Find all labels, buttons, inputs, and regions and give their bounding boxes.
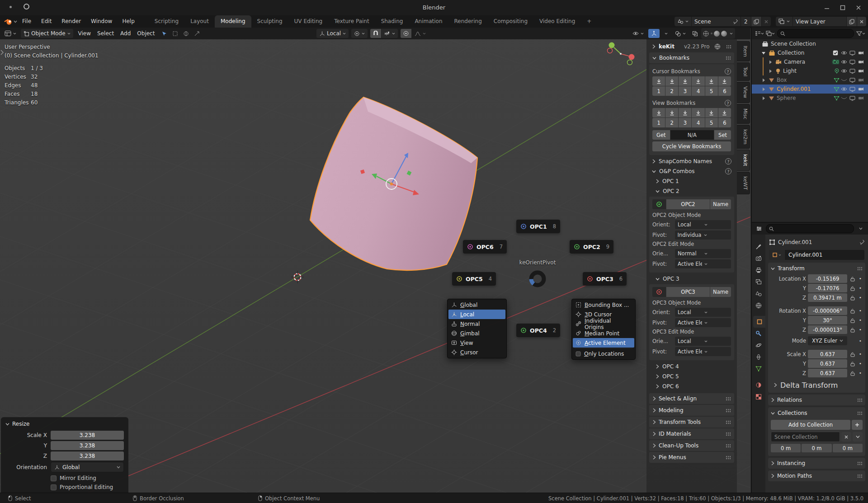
collection-offset-field[interactable]: 0 m	[802, 444, 831, 452]
properties-tab-constraints[interactable]	[752, 351, 765, 363]
properties-tab-output[interactable]	[752, 264, 765, 276]
workspace-tab-scripting[interactable]: Scripting	[149, 15, 184, 28]
lock-open-icon[interactable]	[849, 327, 856, 333]
orientation-item-local[interactable]: Local	[448, 310, 505, 319]
collapse-chevron-icon[interactable]	[652, 44, 656, 49]
disclosure-closed-icon[interactable]	[768, 60, 774, 64]
add-to-collection-button[interactable]: Add to Collection	[771, 420, 850, 430]
outliner-row-light[interactable]: Light	[752, 66, 868, 75]
sidebar-tab-view[interactable]: View	[737, 82, 750, 103]
screen-toggle-icon[interactable]	[848, 96, 857, 101]
opc4-header[interactable]: OPC 4	[649, 362, 734, 371]
snapcombo-header[interactable]: SnapCombo Names ?	[649, 156, 734, 166]
pie-button-opc5[interactable]: OPC54	[452, 272, 496, 286]
lock-open-icon[interactable]	[849, 276, 856, 282]
scene-type-button[interactable]	[675, 17, 691, 26]
viewport-menu-object[interactable]: Object	[134, 30, 158, 37]
cursor-bookmark-save-6[interactable]	[718, 76, 731, 86]
opc3-object-mode-pivot-dropdown[interactable]: Active Element	[675, 318, 731, 327]
screen-toggle-icon[interactable]	[848, 60, 857, 65]
get-button[interactable]: Get	[652, 130, 670, 140]
orientation-item-normal[interactable]: Normal	[448, 319, 505, 329]
pie-button-opc1[interactable]: OPC18	[516, 220, 560, 233]
opc3-object-mode-orient-dropdown[interactable]: Local	[675, 308, 731, 317]
menu-window[interactable]: Window	[86, 15, 117, 28]
lock-open-icon[interactable]	[849, 295, 856, 301]
animate-dot[interactable]: •	[858, 352, 863, 357]
panel-header-select-align[interactable]: Select & Align	[649, 393, 734, 404]
outliner-row-camera[interactable]: Camera	[752, 57, 868, 66]
bookmarks-panel-header[interactable]: Bookmarks	[649, 52, 734, 63]
properties-search-input[interactable]	[766, 224, 854, 233]
camera-toggle-icon[interactable]	[857, 69, 865, 73]
properties-filter-dropdown[interactable]	[856, 224, 865, 233]
opc2-name-field[interactable]: OPC2	[666, 199, 710, 209]
pie-button-opc2[interactable]: OPC29	[570, 240, 613, 254]
help-icon[interactable]: ?	[725, 68, 731, 75]
shading-wireframe-button[interactable]	[703, 29, 709, 38]
toolbar-extra-icon-2[interactable]	[170, 29, 179, 38]
scale-scalex-field[interactable]: 0.637	[808, 350, 847, 358]
shading-material-button[interactable]	[714, 31, 720, 37]
scene-name-field[interactable]: Scene	[692, 17, 741, 26]
disclosure-closed-icon[interactable]	[768, 69, 774, 73]
workspace-tab-shading[interactable]: Shading	[375, 15, 409, 28]
pivot-point-dropdown[interactable]	[351, 29, 368, 38]
kekit-web-icon[interactable]	[714, 43, 721, 50]
properties-tab-texture[interactable]	[752, 391, 765, 403]
panel-grip[interactable]	[726, 432, 731, 436]
view-bookmark-slot-5[interactable]: 5	[705, 118, 718, 127]
pie-button-opc4[interactable]: OPC42	[516, 324, 560, 337]
instancing-panel-header[interactable]: Instancing	[768, 458, 865, 469]
lock-open-icon[interactable]	[849, 308, 856, 314]
view-bookmark-save-1[interactable]	[652, 108, 665, 118]
panel-header-transform-tools[interactable]: Transform Tools	[649, 417, 734, 428]
panel-grip[interactable]	[857, 398, 863, 402]
opc5-header[interactable]: OPC 5	[649, 371, 734, 381]
animate-dot[interactable]: •	[858, 276, 863, 281]
navigation-axis-gizmo[interactable]	[608, 42, 635, 65]
panel-grip[interactable]	[726, 420, 731, 424]
resize-field-y[interactable]: 3.238	[51, 441, 124, 450]
location-locationx-field[interactable]: -0.15169	[808, 274, 847, 283]
screen-toggle-icon[interactable]	[848, 78, 857, 83]
workspace-tab-texture-paint[interactable]: Texture Paint	[328, 15, 375, 28]
opc6-header[interactable]: OPC 6	[649, 381, 734, 391]
properties-tab-render[interactable]	[752, 253, 765, 264]
viewport-menu-view[interactable]: View	[75, 30, 94, 37]
camera-toggle-icon[interactable]	[857, 96, 865, 100]
panel-grip[interactable]	[726, 409, 731, 413]
outliner-row-collection[interactable]: Collection	[752, 48, 868, 57]
gizmos-toggle[interactable]	[648, 29, 660, 38]
view-bookmark-slot-4[interactable]: 4	[692, 118, 704, 127]
location-y-field[interactable]: -0.17076	[808, 284, 847, 292]
outliner-row-scene-collection[interactable]: Scene Collection	[752, 39, 868, 48]
animate-dot[interactable]: •	[858, 371, 863, 376]
menu-render[interactable]: Render	[57, 15, 86, 28]
orientation-item-view[interactable]: View	[448, 338, 505, 348]
opc3-name-field[interactable]: OPC3	[666, 287, 710, 297]
view-layer-type-button[interactable]	[776, 17, 793, 26]
properties-tab-tool[interactable]	[752, 241, 765, 253]
eye-closed-toggle-icon[interactable]	[840, 78, 848, 82]
scene-users-count[interactable]: 2	[741, 17, 751, 26]
outliner-search-input[interactable]	[777, 29, 854, 38]
opc2-object-mode-orient-dropdown[interactable]: Local	[675, 220, 731, 229]
opc2-header[interactable]: OPC 2	[649, 186, 734, 196]
maximize-button[interactable]	[838, 4, 848, 12]
collection-offset-field[interactable]: 0 m	[771, 444, 801, 452]
mode-dropdown[interactable]: Object Mode	[21, 29, 73, 38]
opc2-radio-button[interactable]	[652, 199, 666, 209]
outliner-type-button[interactable]	[755, 29, 764, 38]
cursor-bookmark-save-1[interactable]	[652, 76, 665, 86]
view-bookmark-slot-3[interactable]: 3	[679, 118, 691, 127]
view-bookmark-slot-1[interactable]: 1	[652, 118, 665, 127]
lock-open-icon[interactable]	[849, 371, 856, 376]
close-button[interactable]	[854, 4, 863, 12]
toolbar-extra-icon-1[interactable]	[160, 29, 169, 38]
toolbar-expand-arrow[interactable]	[0, 49, 4, 56]
sidebar-tab-kei2m[interactable]: kei2m	[737, 125, 750, 149]
scene-copy-button[interactable]	[751, 17, 761, 26]
properties-tab-scene[interactable]	[752, 288, 765, 300]
workspace-tab-modeling[interactable]: Modeling	[215, 15, 251, 28]
